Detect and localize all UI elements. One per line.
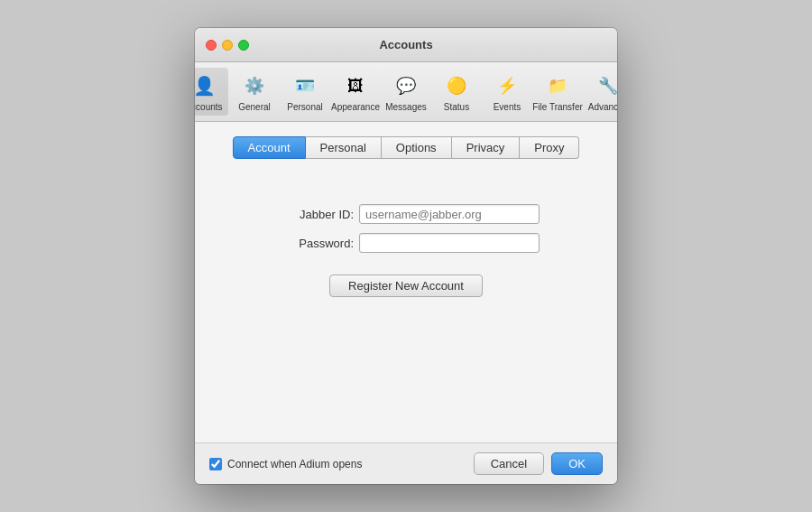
- toolbar-label-events: Events: [494, 102, 521, 112]
- events-icon: [493, 71, 521, 100]
- tab-personal[interactable]: Personal: [306, 136, 382, 159]
- toolbar-item-general[interactable]: General: [230, 68, 279, 116]
- toolbar-item-messages[interactable]: Messages: [382, 68, 430, 116]
- maximize-button[interactable]: [238, 40, 249, 51]
- toolbar: Accounts General Personal Appearance Mes…: [195, 62, 617, 122]
- ok-button[interactable]: OK: [551, 452, 603, 475]
- tab-proxy[interactable]: Proxy: [520, 136, 579, 159]
- jabber-id-label: Jabber ID:: [272, 208, 354, 221]
- advanced-icon: [594, 71, 617, 100]
- toolbar-label-accounts: Accounts: [195, 102, 223, 112]
- connect-checkbox[interactable]: [209, 458, 222, 470]
- toolbar-item-personal[interactable]: Personal: [281, 68, 329, 116]
- connect-checkbox-label: Connect when Adium opens: [227, 458, 362, 470]
- toolbar-item-filetransfer[interactable]: File Transfer: [533, 68, 582, 116]
- titlebar: Accounts: [195, 28, 617, 62]
- bottom-buttons: Cancel OK: [474, 452, 603, 475]
- minimize-button[interactable]: [222, 40, 233, 51]
- toolbar-label-messages: Messages: [385, 102, 427, 112]
- tab-options[interactable]: Options: [382, 136, 452, 159]
- window-title: Accounts: [379, 38, 432, 51]
- toolbar-label-status: Status: [444, 102, 469, 112]
- toolbar-label-appearance: Appearance: [331, 102, 380, 112]
- toolbar-item-advanced[interactable]: Advanced: [584, 68, 617, 116]
- accounts-icon: [195, 71, 218, 100]
- jabber-id-input[interactable]: [359, 204, 540, 224]
- tab-bar: Account Personal Options Privacy Proxy: [213, 136, 599, 159]
- messages-icon: [392, 71, 420, 100]
- toolbar-item-events[interactable]: Events: [483, 68, 531, 116]
- toolbar-label-advanced: Advanced: [588, 102, 617, 112]
- password-label: Password:: [272, 237, 354, 250]
- jabber-id-row: Jabber ID:: [231, 204, 581, 224]
- toolbar-item-appearance[interactable]: Appearance: [331, 68, 380, 116]
- personal-icon: [291, 71, 319, 100]
- general-icon: [240, 71, 269, 100]
- toolbar-item-accounts[interactable]: Accounts: [195, 68, 228, 116]
- toolbar-label-personal: Personal: [287, 102, 322, 112]
- toolbar-label-filetransfer: File Transfer: [532, 102, 583, 112]
- filetransfer-icon: [543, 71, 572, 100]
- bottom-bar: Connect when Adium opens Cancel OK: [195, 442, 617, 484]
- password-input[interactable]: [359, 233, 540, 253]
- tab-privacy[interactable]: Privacy: [452, 136, 521, 159]
- close-button[interactable]: [206, 40, 217, 51]
- appearance-icon: [341, 71, 370, 100]
- connect-checkbox-row: Connect when Adium opens: [209, 458, 362, 470]
- form-area: Jabber ID: Password: Register New Accoun…: [213, 177, 599, 430]
- tab-account[interactable]: Account: [233, 136, 306, 159]
- accounts-window: Accounts Accounts General Personal Appea…: [195, 28, 617, 484]
- content-area: Account Personal Options Privacy Proxy J…: [195, 122, 617, 442]
- traffic-lights: [206, 40, 249, 51]
- toolbar-item-status[interactable]: Status: [432, 68, 481, 116]
- status-icon: [442, 71, 471, 100]
- cancel-button[interactable]: Cancel: [474, 452, 544, 475]
- register-new-account-button[interactable]: Register New Account: [329, 275, 483, 297]
- password-row: Password:: [231, 233, 581, 253]
- toolbar-label-general: General: [238, 102, 271, 112]
